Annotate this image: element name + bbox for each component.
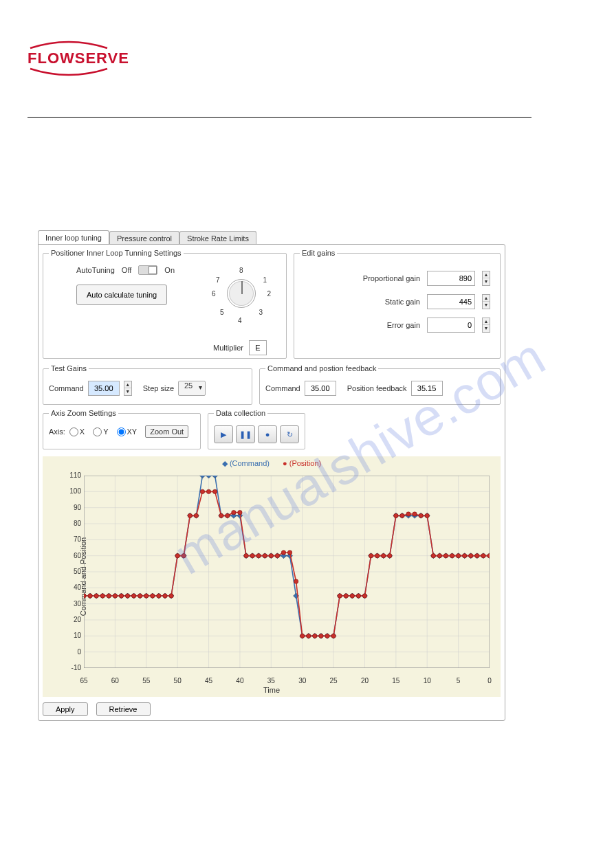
svg-point-93 xyxy=(487,553,490,557)
error-gain-label: Error gain xyxy=(387,321,420,329)
svg-point-42 xyxy=(169,594,173,598)
dial-tick-8: 8 xyxy=(239,267,243,274)
y-tick: 90 xyxy=(67,504,81,511)
tuning-dial[interactable]: 8 1 7 2 6 3 5 4 xyxy=(217,269,265,318)
position-feedback-input xyxy=(411,381,443,396)
chart-xlabel: Time xyxy=(43,686,501,694)
svg-point-68 xyxy=(331,634,336,638)
error-gain-spinner[interactable]: ▲▼ xyxy=(482,318,490,333)
svg-point-80 xyxy=(406,512,410,516)
svg-point-58 xyxy=(269,553,273,557)
proportional-gain-spinner[interactable]: ▲▼ xyxy=(482,271,490,286)
spin-up-icon[interactable]: ▲ xyxy=(483,295,490,302)
svg-point-53 xyxy=(238,510,242,514)
axis-label: Axis: xyxy=(49,427,65,436)
svg-point-41 xyxy=(163,594,167,598)
spin-up-icon[interactable]: ▲ xyxy=(124,381,131,388)
y-tick: 100 xyxy=(67,487,81,495)
position-feedback-label: Position feedback xyxy=(347,384,407,392)
dial-tick-1: 1 xyxy=(263,276,267,284)
x-tick: 15 xyxy=(389,677,403,685)
autotuning-switch[interactable] xyxy=(138,265,157,275)
x-tick: 40 xyxy=(233,677,247,685)
chart-legend: ◆ (Command) ● (Position) xyxy=(43,459,501,468)
tab-panel: Positioner Inner Loop Tunning Settings A… xyxy=(38,244,505,721)
static-gain-spinner[interactable]: ▲▼ xyxy=(482,294,490,309)
test-command-spinner[interactable]: ▲▼ xyxy=(124,381,132,396)
svg-point-37 xyxy=(138,594,142,598)
legend-command-label: (Command) xyxy=(230,459,270,467)
spin-down-icon[interactable]: ▼ xyxy=(483,302,490,309)
axis-y-label: Y xyxy=(103,427,108,436)
svg-point-55 xyxy=(250,553,254,557)
x-tick: 0 xyxy=(483,677,496,685)
step-size-select[interactable]: 25 xyxy=(178,381,206,396)
tab-inner-loop[interactable]: Inner loop tuning xyxy=(38,230,109,245)
pause-button[interactable]: ❚❚ xyxy=(236,425,255,443)
svg-point-78 xyxy=(394,513,398,518)
proportional-gain-input[interactable] xyxy=(427,271,475,286)
apply-button[interactable]: Apply xyxy=(43,702,88,716)
svg-point-75 xyxy=(375,553,379,557)
retrieve-button[interactable]: Retrieve xyxy=(96,702,151,716)
svg-point-48 xyxy=(206,489,210,493)
spin-up-icon[interactable]: ▲ xyxy=(483,271,490,278)
dial-tick-5: 5 xyxy=(220,309,224,316)
zoom-out-button[interactable]: Zoom Out xyxy=(145,425,188,438)
x-tick: 10 xyxy=(420,677,434,685)
y-tick: 30 xyxy=(67,600,81,608)
y-tick: 0 xyxy=(67,648,81,656)
play-button[interactable]: ▶ xyxy=(214,425,233,443)
multiplier-input[interactable] xyxy=(249,340,267,355)
svg-point-39 xyxy=(151,594,155,598)
stop-button[interactable]: ● xyxy=(258,425,277,443)
chart-area: ◆ (Command) ● (Position) Command and Pos… xyxy=(43,456,501,697)
test-gains-legend: Test Gains xyxy=(49,364,89,372)
auto-calculate-button[interactable]: Auto calculate tuning xyxy=(76,285,167,305)
inner-loop-settings-legend: Positioner Inner Loop Tunning Settings xyxy=(49,249,184,257)
svg-point-86 xyxy=(443,553,448,557)
x-tick: 5 xyxy=(452,677,465,685)
tab-pressure-control[interactable]: Pressure control xyxy=(109,231,179,245)
svg-point-54 xyxy=(244,553,248,557)
svg-point-91 xyxy=(475,553,479,557)
x-tick: 25 xyxy=(327,677,340,685)
y-tick: 10 xyxy=(67,632,81,639)
svg-point-82 xyxy=(419,513,423,518)
svg-point-60 xyxy=(281,550,285,555)
x-tick: 35 xyxy=(264,677,278,685)
y-tick: 80 xyxy=(67,520,81,527)
svg-point-40 xyxy=(157,594,161,598)
chart-canvas[interactable] xyxy=(84,476,490,668)
svg-point-49 xyxy=(212,489,217,493)
spin-down-icon[interactable]: ▼ xyxy=(124,388,131,395)
svg-point-88 xyxy=(456,553,460,557)
autotuning-on-label: On xyxy=(164,266,175,274)
svg-point-50 xyxy=(219,513,223,518)
spin-down-icon[interactable]: ▼ xyxy=(483,325,490,332)
svg-point-36 xyxy=(131,594,135,598)
y-tick: 40 xyxy=(67,583,81,591)
svg-point-44 xyxy=(182,553,186,557)
axis-x-radio[interactable]: X xyxy=(69,427,85,436)
svg-point-35 xyxy=(125,594,129,598)
test-gains-group: Test Gains Command ▲▼ Step size 25 xyxy=(43,364,252,405)
test-command-input[interactable] xyxy=(88,381,120,396)
y-tick: 60 xyxy=(67,552,81,559)
tab-stroke-limits[interactable]: Stroke Rate Limits xyxy=(179,231,256,245)
svg-point-32 xyxy=(107,594,111,598)
svg-point-30 xyxy=(94,594,98,598)
spin-down-icon[interactable]: ▼ xyxy=(483,278,490,285)
axis-y-radio[interactable]: Y xyxy=(93,427,108,436)
axis-xy-radio[interactable]: XY xyxy=(117,427,138,436)
y-tick: 70 xyxy=(67,535,81,543)
spin-up-icon[interactable]: ▲ xyxy=(483,318,490,325)
error-gain-input[interactable] xyxy=(427,318,475,333)
static-gain-input[interactable] xyxy=(427,294,475,309)
axis-zoom-group: Axis Zoom Settings Axis: X Y XY Zoom Out xyxy=(43,409,201,449)
svg-point-59 xyxy=(275,553,279,557)
refresh-button[interactable]: ↻ xyxy=(280,425,299,443)
svg-point-92 xyxy=(481,553,485,557)
svg-point-57 xyxy=(263,553,267,557)
autotuning-off-label: Off xyxy=(122,266,131,274)
